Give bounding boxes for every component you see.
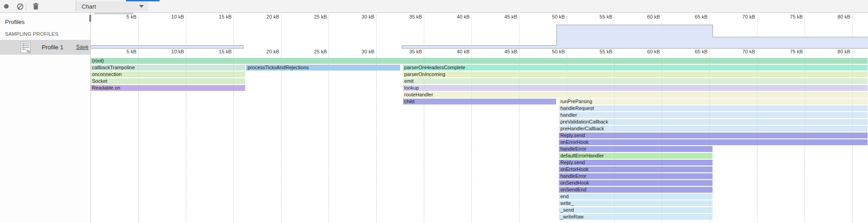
gridline-dotted-overlay xyxy=(186,55,186,220)
flame-bar[interactable]: Readable.on xyxy=(91,85,245,91)
flame-bar[interactable]: (root) xyxy=(91,58,868,64)
flame-bar[interactable]: handleRequest xyxy=(559,105,868,111)
flame-bar-label: _send xyxy=(559,207,713,213)
flame-bar[interactable]: preValidationCallback xyxy=(559,119,868,125)
flame-bar[interactable]: emit xyxy=(403,78,868,84)
flame-bar[interactable]: parserOnHeadersComplete xyxy=(403,65,868,71)
allocation-overview-graph[interactable] xyxy=(91,13,868,223)
flame-bar[interactable]: write_ xyxy=(559,200,713,206)
active-tab-indicator xyxy=(126,0,160,1)
flame-bar-label: (root) xyxy=(91,58,868,64)
flame-bar[interactable]: onSendEnd xyxy=(559,187,713,193)
flame-bar[interactable]: defaultErrorHandler xyxy=(559,153,713,159)
flame-bar[interactable]: preHandlerCallback xyxy=(559,126,868,132)
flame-bar[interactable]: child xyxy=(403,99,557,104)
axis-tick-label: 25 kB xyxy=(295,49,327,54)
chevron-down-icon xyxy=(139,5,144,8)
flame-bar-label: onErrorHook xyxy=(559,166,713,172)
flame-bar[interactable]: Socket xyxy=(91,78,245,84)
flame-bar-label: onErrorHook xyxy=(559,139,868,145)
flame-bar-label: child xyxy=(403,99,557,104)
axis-tick-label: 60 kB xyxy=(628,49,660,54)
delete-profile-button[interactable] xyxy=(31,1,41,11)
gridline-dotted-overlay xyxy=(614,55,615,220)
record-heap-profile-button[interactable] xyxy=(1,1,11,11)
axis-tick-label: 30 kB xyxy=(343,14,374,19)
sampling-profiles-section-label: SAMPLING PROFILES xyxy=(5,31,58,37)
flame-bar[interactable]: handler xyxy=(559,112,868,118)
flame-bar-label: Readable.on xyxy=(91,85,245,91)
block-icon xyxy=(17,3,24,10)
axis-tick-label: 40 kB xyxy=(438,14,470,19)
flame-bar[interactable]: callbackTrampoline xyxy=(91,65,245,71)
vertical-scrollbar-thumb[interactable] xyxy=(89,15,91,22)
gridline-dotted-overlay xyxy=(281,55,281,220)
flame-bar-label: preValidationCallback xyxy=(559,119,868,125)
gridline-dotted-overlay xyxy=(709,55,710,220)
flame-bar[interactable]: runPreParsing xyxy=(559,99,868,104)
allocation-chart-pane: 5 kB10 kB15 kB20 kB25 kB30 kB35 kB40 kB4… xyxy=(91,13,868,223)
gridline-dotted-overlay xyxy=(757,55,757,220)
axis-tick-label: 50 kB xyxy=(533,49,565,54)
svg-text:%: % xyxy=(26,49,30,53)
save-profile-link[interactable]: Save xyxy=(76,44,88,50)
axis-tick-label: 55 kB xyxy=(581,49,612,54)
gridline-dotted-overlay xyxy=(424,55,424,220)
gridline-dotted-overlay xyxy=(852,55,853,220)
gridline-dotted-overlay xyxy=(519,55,519,220)
flame-bar[interactable]: processTicksAndRejections xyxy=(246,65,400,71)
horizontal-scrollbar-thumb[interactable] xyxy=(94,13,134,14)
view-mode-select[interactable]: Chart xyxy=(76,1,148,11)
flame-bar[interactable]: end xyxy=(559,194,713,199)
flame-bar-label: _writeRaw xyxy=(559,214,713,220)
flame-bar-label: handleRequest xyxy=(559,105,868,111)
axis-tick-label: 5 kB xyxy=(105,49,136,54)
axis-tick-label: 20 kB xyxy=(247,14,279,19)
flame-bar[interactable]: routeHandler xyxy=(403,92,868,98)
flame-bar[interactable]: onErrorHook xyxy=(559,166,713,172)
flame-bar[interactable]: handleError xyxy=(559,173,713,179)
axis-tick-label: 30 kB xyxy=(343,49,374,54)
view-mode-value: Chart xyxy=(76,3,139,10)
flame-bar-label: handler xyxy=(559,112,868,118)
flame-bar[interactable]: onErrorHook xyxy=(559,139,868,145)
overview-step-shape xyxy=(91,46,243,49)
axis-tick-label: 25 kB xyxy=(295,14,327,19)
flame-bar-label: emit xyxy=(403,78,868,84)
flame-bar-label: defaultErrorHandler xyxy=(559,153,713,159)
profile-list-item[interactable]: % Profile 1 Save xyxy=(0,40,90,55)
flame-bar-label: Reply.send xyxy=(559,133,868,138)
axis-tick-label: 15 kB xyxy=(200,14,232,19)
flame-bar-label: Reply.send xyxy=(559,160,713,166)
axis-tick-label: 35 kB xyxy=(390,49,422,54)
flame-bar[interactable]: onconnection xyxy=(91,71,245,77)
flame-bar[interactable]: Reply.send xyxy=(559,160,713,166)
axis-tick-label: 40 kB xyxy=(438,49,470,54)
flame-bar[interactable]: Reply.send xyxy=(559,133,868,138)
flame-bar-label: processTicksAndRejections xyxy=(246,65,400,71)
clear-all-profiles-button[interactable] xyxy=(15,1,25,11)
flame-bar-label: write_ xyxy=(559,200,713,206)
flame-bar-label: parserOnHeadersComplete xyxy=(403,65,868,71)
flame-bar[interactable]: onSendHook xyxy=(559,180,713,186)
flame-bar-label: onconnection xyxy=(91,71,245,77)
flame-bar-label: callbackTrampoline xyxy=(91,65,245,71)
gridline-dotted-overlay xyxy=(805,55,805,220)
flame-bar[interactable]: handleError xyxy=(559,146,713,152)
gridline-dotted-overlay xyxy=(662,55,662,220)
axis-tick-label: 50 kB xyxy=(533,14,565,19)
flame-bar[interactable]: _writeRaw xyxy=(559,214,713,220)
sidebar-heading: Profiles xyxy=(5,19,24,25)
trash-icon xyxy=(33,3,39,10)
flame-bar[interactable]: _send xyxy=(559,207,713,213)
flame-bar[interactable]: parserOnIncoming xyxy=(403,71,868,77)
flame-bar[interactable]: lookup xyxy=(403,85,868,91)
heap-profile-icon: % xyxy=(20,42,32,53)
overview-step-shape xyxy=(402,25,868,48)
axis-tick-label: 60 kB xyxy=(628,14,660,19)
axis-tick-label: 65 kB xyxy=(676,14,708,19)
flame-bar-label: handleError xyxy=(559,146,713,152)
gridline-dotted-overlay xyxy=(233,55,234,220)
flame-bar-label: preHandlerCallback xyxy=(559,126,868,132)
gridline-dotted-overlay xyxy=(471,55,472,220)
